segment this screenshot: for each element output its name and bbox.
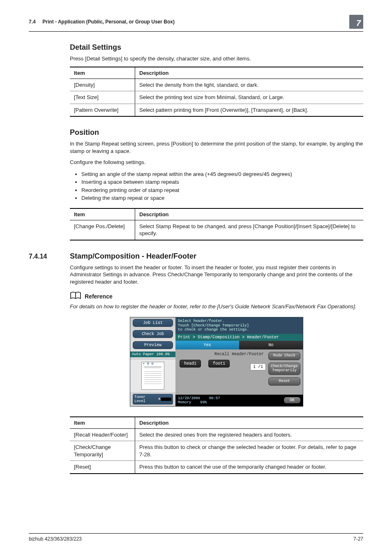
breadcrumb: Print > Stamp/Composition > Header/Foote…: [175, 334, 303, 341]
cell-item: [Reset]: [70, 461, 135, 474]
reset-button[interactable]: Reset: [268, 377, 300, 386]
cell-desc: Select Stamp Repeat to be changed, and p…: [135, 220, 364, 240]
page-footer: bizhub 423/363/283/223 7-27: [29, 533, 363, 542]
book-icon: [70, 291, 81, 301]
cell-item: [Text Size]: [70, 91, 135, 104]
cell-desc: Press this button to cancel the use of t…: [135, 461, 364, 474]
table-row: [Text Size] Select the printing text siz…: [70, 91, 363, 104]
table-row: [Reset] Press this button to cancel the …: [70, 461, 363, 474]
table-header-item: Item: [70, 417, 135, 429]
detail-settings-heading: Detail Settings: [70, 43, 363, 52]
heading-number: 7.4.14: [29, 253, 59, 260]
table-row: [Density] Select the density from the li…: [70, 79, 363, 91]
header-footer-table: Item Description [Recall Header/Footer] …: [70, 416, 363, 474]
cell-desc: Select the printing text size from Minim…: [135, 91, 364, 104]
table-header-item: Item: [70, 208, 135, 220]
list-item: Inserting a space between stamp repeats: [81, 178, 363, 186]
status-bar: 12/29/2009 09:57 Memory 99% OK: [175, 395, 303, 406]
toner-label: Toner Level: [134, 395, 159, 403]
guidance-message: Select header/footer. Touch [Check/Chang…: [175, 317, 303, 334]
panel-main: Select header/footer. Touch [Check/Chang…: [175, 317, 303, 406]
table-row: [Recall Header/Footer] Select the desire…: [70, 428, 363, 441]
table-row: [Check/Change Temporarily] Press this bu…: [70, 441, 363, 461]
auto-paper-label: Auto Paper 100.0%: [130, 352, 175, 357]
footer-model: bizhub 423/363/283/223: [29, 536, 82, 542]
detail-settings-table: Item Description [Density] Select the de…: [70, 67, 363, 117]
cell-item: [Recall Header/Footer]: [70, 428, 135, 441]
table-header-desc: Description: [135, 67, 364, 79]
cell-desc: Select the desired ones from the registe…: [135, 428, 364, 441]
table-header-desc: Description: [135, 417, 364, 429]
cell-item: [Density]: [70, 79, 135, 91]
section-title: Print - Application (Public, Personal, o…: [42, 19, 175, 25]
ok-button[interactable]: OK: [284, 397, 300, 403]
msg-line: to check or change the settings.: [178, 328, 300, 332]
reference-text: For details on how to register the heade…: [70, 303, 363, 310]
device-panel-figure: Job List Check Job Preview Auto Paper 10…: [70, 317, 363, 407]
tab-preview[interactable]: Preview: [133, 341, 173, 349]
cell-desc: Select the density from the light, stand…: [135, 79, 364, 91]
toner-level: Toner Level K: [133, 394, 173, 405]
device-panel: Job List Check Job Preview Auto Paper 10…: [130, 317, 303, 407]
table-row: [Pattern Overwrite] Select pattern print…: [70, 104, 363, 116]
msg-line: Touch [Check/Change Temporarily]: [178, 324, 300, 328]
msg-line: Select header/footer.: [178, 319, 300, 324]
table-header-desc: Description: [135, 208, 364, 220]
position-configure: Configure the following settings.: [70, 159, 363, 166]
list-item: Reordering printing order of stamp repea…: [81, 186, 363, 194]
running-header: 7.4 Print - Application (Public, Persona…: [29, 15, 363, 32]
position-table: Item Description [Change Pos./Delete] Se…: [70, 208, 363, 240]
status-date: 12/29/2009: [178, 396, 200, 400]
position-intro: In the Stamp Repeat setting screen, pres…: [70, 140, 363, 155]
pager: 1 /1: [250, 363, 266, 370]
yes-button[interactable]: Yes: [175, 341, 239, 349]
list-item: Deleting the stamp repeat or space: [81, 194, 363, 202]
recall-area: Recall Header/Footer head1 foot1 1 /1 Mo…: [175, 349, 303, 395]
tab-check-job[interactable]: Check Job: [133, 330, 173, 338]
cell-item: [Change Pos./Delete]: [70, 220, 135, 240]
table-header-item: Item: [70, 67, 135, 79]
reference-row: Reference: [70, 291, 363, 301]
heading-title: Stamp/Composition - Header/Footer: [70, 252, 196, 261]
cell-desc: Press this button to check or change the…: [135, 441, 364, 461]
status-memory-value: 99%: [200, 400, 207, 405]
position-heading: Position: [70, 128, 363, 137]
toner-bar-icon: [161, 398, 171, 401]
chapter-badge: 7: [349, 15, 363, 29]
table-row: [Change Pos./Delete] Select Stamp Repeat…: [70, 220, 363, 240]
position-bullets: Setting an angle of the stamp repeat wit…: [70, 170, 363, 202]
cell-item: [Pattern Overwrite]: [70, 104, 135, 116]
header-footer-intro: Configure settings to insert the header …: [70, 264, 363, 286]
footer-page: 7-27: [353, 536, 363, 542]
chip-foot1[interactable]: foot1: [208, 360, 230, 368]
yes-no-toggle: Yes No: [175, 341, 303, 349]
status-memory-label: Memory: [178, 400, 191, 405]
tab-job-list[interactable]: Job List: [133, 319, 173, 327]
panel-sidebar: Job List Check Job Preview Auto Paper 10…: [130, 317, 175, 406]
preview-thumbnail: ▪ ⚙ ⚙: [130, 359, 175, 392]
numbered-heading: 7.4.14 Stamp/Composition - Header/Footer: [70, 252, 363, 261]
section-number: 7.4: [29, 19, 36, 25]
list-item: Setting an angle of the stamp repeat wit…: [81, 170, 363, 178]
cell-item: [Check/Change Temporarily]: [70, 441, 135, 461]
detail-settings-intro: Press [Detail Settings] to specify the d…: [70, 55, 363, 62]
reference-label: Reference: [85, 293, 113, 300]
no-button[interactable]: No: [239, 341, 303, 349]
check-change-button[interactable]: Check/Change Temporarily: [268, 363, 300, 375]
status-time: 09:57: [209, 396, 220, 400]
chip-head1[interactable]: head1: [180, 360, 201, 368]
mode-check-button[interactable]: Mode Check: [268, 352, 300, 360]
cell-desc: Select pattern printing from [Front (Ove…: [135, 104, 364, 116]
